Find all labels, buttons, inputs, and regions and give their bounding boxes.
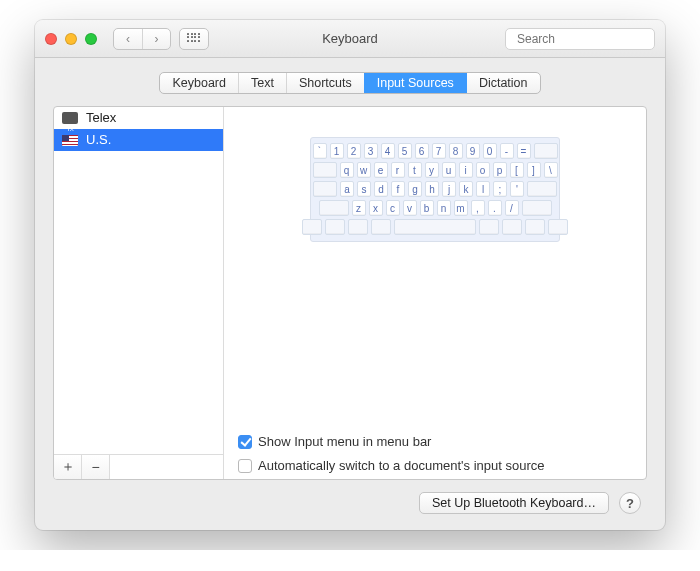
input-source-label: Telex	[86, 107, 116, 129]
key	[371, 219, 391, 235]
key: y	[425, 162, 439, 178]
key	[302, 219, 322, 235]
key: z	[352, 200, 366, 216]
input-source-us[interactable]: U.S.	[54, 129, 223, 151]
tab-bar: Keyboard Text Shortcuts Input Sources Di…	[159, 72, 540, 94]
key: =	[517, 143, 531, 159]
key: /	[505, 200, 519, 216]
preferences-window: ‹ › Keyboard Keyboard Text Shortcuts Inp…	[35, 20, 665, 530]
key: 1	[330, 143, 344, 159]
remove-button[interactable]: −	[82, 455, 110, 479]
input-sources-list: VITX Telex U.S.	[54, 107, 223, 454]
key	[502, 219, 522, 235]
key: 3	[364, 143, 378, 159]
key: 4	[381, 143, 395, 159]
show-input-menu-row[interactable]: Show Input menu in menu bar	[238, 434, 544, 449]
footer: Set Up Bluetooth Keyboard… ?	[53, 480, 647, 520]
detail-pane: `1234567890-= qwertyuiop[]\ asdfghjkl;' …	[224, 107, 646, 479]
bluetooth-keyboard-button[interactable]: Set Up Bluetooth Keyboard…	[419, 492, 609, 514]
minimize-icon[interactable]	[65, 33, 77, 45]
add-button[interactable]: ＋	[54, 455, 82, 479]
key: r	[391, 162, 405, 178]
content: Keyboard Text Shortcuts Input Sources Di…	[35, 58, 665, 530]
key: ;	[493, 181, 507, 197]
key	[534, 143, 558, 159]
key: w	[357, 162, 371, 178]
keyboard-preview: `1234567890-= qwertyuiop[]\ asdfghjkl;' …	[310, 137, 560, 242]
key: s	[357, 181, 371, 197]
show-all-button[interactable]	[179, 28, 209, 50]
key: '	[510, 181, 524, 197]
auto-switch-label: Automatically switch to a document's inp…	[258, 458, 544, 473]
key: j	[442, 181, 456, 197]
key: l	[476, 181, 490, 197]
key: e	[374, 162, 388, 178]
key: \	[544, 162, 558, 178]
input-sources-panel: VITX Telex U.S. ＋ − `1234567890-= qwert	[53, 106, 647, 480]
nav-back-forward: ‹ ›	[113, 28, 171, 50]
options-group: Show Input menu in menu bar Automaticall…	[238, 430, 544, 473]
key: 2	[347, 143, 361, 159]
key: x	[369, 200, 383, 216]
key: p	[493, 162, 507, 178]
key	[394, 219, 476, 235]
key	[525, 219, 545, 235]
grid-icon	[187, 33, 201, 45]
tab-input-sources[interactable]: Input Sources	[364, 73, 466, 93]
key	[313, 162, 337, 178]
search-field[interactable]	[505, 28, 655, 50]
key	[325, 219, 345, 235]
zoom-icon[interactable]	[85, 33, 97, 45]
key: h	[425, 181, 439, 197]
titlebar: ‹ › Keyboard	[35, 20, 665, 58]
key: 9	[466, 143, 480, 159]
close-icon[interactable]	[45, 33, 57, 45]
auto-switch-row[interactable]: Automatically switch to a document's inp…	[238, 458, 544, 473]
key: .	[488, 200, 502, 216]
help-button[interactable]: ?	[619, 492, 641, 514]
forward-button[interactable]: ›	[142, 29, 170, 49]
key: t	[408, 162, 422, 178]
key: `	[313, 143, 327, 159]
key: f	[391, 181, 405, 197]
key	[522, 200, 552, 216]
key	[313, 181, 337, 197]
key	[479, 219, 499, 235]
key: 6	[415, 143, 429, 159]
key: c	[386, 200, 400, 216]
tab-keyboard[interactable]: Keyboard	[160, 73, 238, 93]
key: ,	[471, 200, 485, 216]
key: 0	[483, 143, 497, 159]
key	[319, 200, 349, 216]
key: 5	[398, 143, 412, 159]
show-input-menu-label: Show Input menu in menu bar	[258, 434, 431, 449]
key: 7	[432, 143, 446, 159]
key: u	[442, 162, 456, 178]
tab-dictation[interactable]: Dictation	[466, 73, 540, 93]
auto-switch-checkbox[interactable]	[238, 459, 252, 473]
key: m	[454, 200, 468, 216]
add-remove-bar: ＋ −	[54, 454, 223, 479]
input-source-telex[interactable]: VITX Telex	[54, 107, 223, 129]
tab-shortcuts[interactable]: Shortcuts	[286, 73, 364, 93]
show-input-menu-checkbox[interactable]	[238, 435, 252, 449]
key: k	[459, 181, 473, 197]
vi-tx-icon: VITX	[62, 112, 78, 124]
tab-text[interactable]: Text	[238, 73, 286, 93]
key	[348, 219, 368, 235]
key: [	[510, 162, 524, 178]
key	[527, 181, 557, 197]
key: -	[500, 143, 514, 159]
key: d	[374, 181, 388, 197]
key: n	[437, 200, 451, 216]
key: b	[420, 200, 434, 216]
input-source-label: U.S.	[86, 129, 111, 151]
sidebar: VITX Telex U.S. ＋ −	[54, 107, 224, 479]
key: g	[408, 181, 422, 197]
back-button[interactable]: ‹	[114, 29, 142, 49]
key: a	[340, 181, 354, 197]
search-input[interactable]	[517, 32, 665, 46]
key: o	[476, 162, 490, 178]
flag-us-icon	[62, 135, 78, 146]
key: q	[340, 162, 354, 178]
